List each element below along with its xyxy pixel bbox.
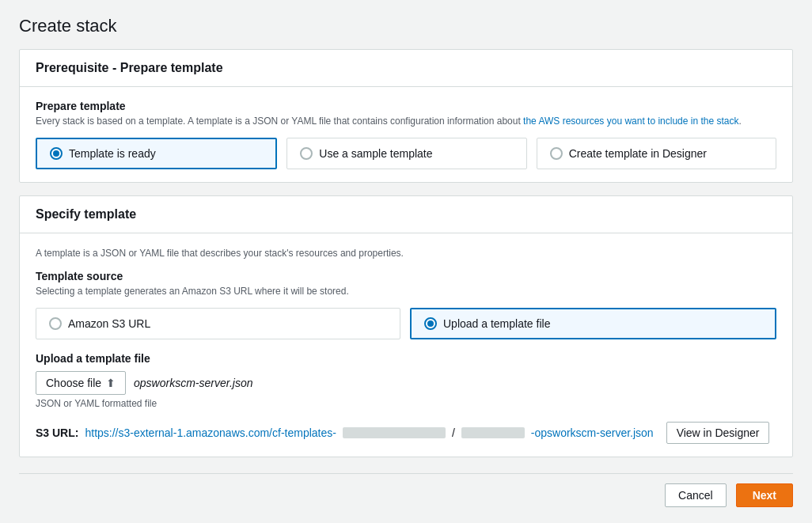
upload-file-section-label: Upload a template file bbox=[36, 352, 776, 365]
upload-file-label: Upload a template file bbox=[443, 317, 550, 330]
prerequisite-section-header: Prerequisite - Prepare template bbox=[20, 50, 792, 87]
file-format-hint: JSON or YAML formatted file bbox=[36, 398, 776, 409]
sample-template-radio bbox=[300, 147, 313, 160]
s3-url-prefix: https://s3-external-1.amazonaws.com/cf-t… bbox=[85, 426, 336, 439]
next-button[interactable]: Next bbox=[736, 483, 793, 507]
template-ready-radio bbox=[50, 147, 63, 160]
template-ready-option[interactable]: Template is ready bbox=[36, 138, 277, 169]
designer-template-label: Create template in Designer bbox=[569, 147, 707, 160]
upload-file-option[interactable]: Upload a template file bbox=[410, 308, 776, 339]
s3-url-redacted-segment-2 bbox=[461, 427, 525, 438]
choose-file-btn-label: Choose file bbox=[46, 377, 101, 389]
page-title: Create stack bbox=[19, 16, 793, 36]
cancel-button[interactable]: Cancel bbox=[665, 483, 727, 507]
uploaded-filename: opsworkscm-server.json bbox=[134, 377, 252, 389]
specify-template-header: Specify template bbox=[20, 196, 792, 233]
aws-resources-link[interactable]: the AWS resources you want to include in… bbox=[523, 116, 738, 127]
prepare-template-options: Template is ready Use a sample template … bbox=[36, 138, 776, 169]
page-footer: Cancel Next bbox=[19, 473, 793, 507]
sample-template-option[interactable]: Use a sample template bbox=[286, 138, 526, 169]
designer-template-radio bbox=[550, 147, 563, 160]
template-source-desc: Selecting a template generates an Amazon… bbox=[36, 284, 776, 298]
s3-url-display-row: S3 URL: https://s3-external-1.amazonaws.… bbox=[36, 422, 776, 444]
sample-template-label: Use a sample template bbox=[319, 147, 432, 160]
prerequisite-section: Prerequisite - Prepare template Prepare … bbox=[19, 49, 793, 183]
template-source-label: Template source bbox=[36, 270, 776, 282]
prepare-template-desc: Every stack is based on a template. A te… bbox=[36, 114, 776, 128]
specify-template-section: Specify template A template is a JSON or… bbox=[19, 195, 793, 457]
specify-template-desc: A template is a JSON or YAML file that d… bbox=[36, 246, 776, 260]
s3-url-static-label: S3 URL: bbox=[36, 426, 78, 439]
template-ready-label: Template is ready bbox=[69, 147, 156, 160]
upload-icon: ⬆ bbox=[106, 377, 116, 389]
s3-url-label: Amazon S3 URL bbox=[68, 317, 150, 330]
designer-template-option[interactable]: Create template in Designer bbox=[537, 138, 776, 169]
choose-file-button[interactable]: Choose file ⬆ bbox=[36, 371, 126, 395]
s3-url-radio bbox=[49, 317, 62, 330]
prepare-template-label: Prepare template bbox=[36, 100, 776, 112]
s3-url-slash: / bbox=[452, 426, 455, 439]
view-in-designer-button[interactable]: View in Designer bbox=[666, 422, 770, 444]
s3-url-suffix: -opsworkscm-server.json bbox=[531, 426, 654, 439]
template-source-options: Amazon S3 URL Upload a template file bbox=[36, 308, 776, 339]
upload-file-radio bbox=[424, 317, 437, 330]
s3-url-redacted-segment-1 bbox=[343, 427, 446, 438]
upload-file-section: Upload a template file Choose file ⬆ ops… bbox=[36, 352, 776, 409]
choose-file-row: Choose file ⬆ opsworkscm-server.json bbox=[36, 371, 776, 395]
s3-url-option[interactable]: Amazon S3 URL bbox=[36, 308, 400, 339]
